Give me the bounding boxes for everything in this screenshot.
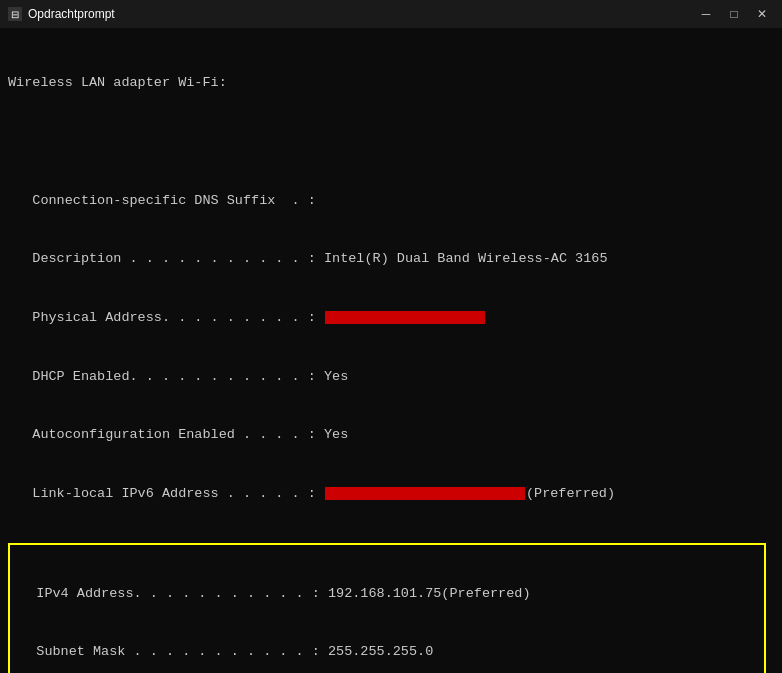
section-wifi-header: Wireless LAN adapter Wi-Fi:	[8, 73, 774, 93]
minimize-button[interactable]: ─	[694, 5, 718, 23]
highlight-box: IPv4 Address. . . . . . . . . . . : 192.…	[8, 543, 766, 673]
window-controls: ─ □ ✕	[694, 5, 774, 23]
redacted-ipv6	[325, 487, 525, 500]
title-bar: ⊟ Opdrachtprompt ─ □ ✕	[0, 0, 782, 28]
terminal-output: Wireless LAN adapter Wi-Fi: Connection-s…	[0, 28, 782, 673]
window-title: Opdrachtprompt	[28, 7, 115, 21]
maximize-button[interactable]: □	[722, 5, 746, 23]
app-icon: ⊟	[8, 7, 22, 21]
redacted-physical-address-wifi	[325, 311, 485, 324]
close-button[interactable]: ✕	[750, 5, 774, 23]
